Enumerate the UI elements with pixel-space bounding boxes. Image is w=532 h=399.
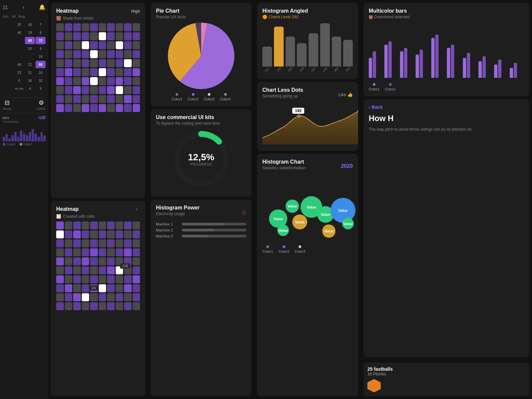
mb-bar — [416, 55, 419, 78]
heatmap2-header: Heatmap × — [56, 206, 140, 213]
mb-bar — [510, 68, 513, 78]
month-jul: Jul — [11, 14, 16, 18]
cal-cell: 25 — [14, 21, 24, 28]
cal-row: 19 — [3, 53, 46, 60]
fastball-pitches: 16 Pitches — [367, 372, 525, 376]
hist-bar-bg-3 — [182, 235, 246, 237]
cal-cell: 23 — [14, 69, 24, 76]
ha-bar — [286, 37, 295, 66]
chart-tooltip: 192 — [292, 108, 304, 114]
mb-bar — [451, 45, 454, 78]
sidebar-calendar: 21 › 🔔 Jun Jul Aug 25 16 7 40 19 8 90 72… — [0, 0, 48, 399]
cal-row: 6 16 32 — [3, 77, 46, 84]
back-button[interactable]: ‹ Back — [369, 104, 524, 110]
histogram-power-bars: Machine 1 Machine 2 Machine 3 — [156, 222, 246, 238]
pie-chart-panel: Pie Chart Popular UX tools Color1 — [151, 3, 252, 106]
cal-row: 90 72 — [3, 37, 46, 44]
mb-bar-wrap — [494, 60, 508, 78]
heatmap1-header: Heatmap High — [56, 8, 140, 15]
close-button[interactable]: × — [133, 206, 140, 213]
ha-bar-wrap: 480 — [286, 37, 295, 71]
mb-bar — [514, 63, 517, 78]
mini-chart-section: bars -128 nd detected Color2 — [3, 113, 46, 146]
cal-cell: 22 — [25, 61, 35, 68]
cal-row: 23 9 — [3, 45, 46, 52]
histogram-angled-header: Histogram Angled 🟠 Check Level 240 — [262, 8, 353, 19]
mb-bar-wrap — [478, 56, 493, 78]
cal-cell: 8 — [36, 29, 46, 36]
cal-cell: 19 — [25, 29, 35, 36]
bell-icon[interactable]: 🔔 — [39, 4, 46, 10]
mb-bar — [467, 53, 470, 78]
ha-bar — [297, 43, 307, 66]
line-chart-svg — [262, 104, 358, 144]
cal-cell-highlight: 88 — [36, 61, 46, 68]
cal-cell: 32 — [36, 77, 46, 84]
chevron-right-icon[interactable]: › — [23, 4, 24, 10]
histogram-angled-alert: 🟠 Check Level 240 — [262, 15, 308, 19]
legend-color2: Color2 — [385, 83, 395, 91]
mb-bar — [447, 48, 450, 78]
bubble: Value — [292, 214, 307, 229]
mb-bar-wrap — [384, 41, 399, 78]
ha-bar-wrap: 360 — [297, 43, 307, 71]
legend-color2: Color2 — [278, 245, 289, 253]
cal-cell-highlight: 90 — [25, 37, 35, 44]
hist-bar-fill-3 — [182, 235, 208, 237]
histogram-angled-panel: Histogram Angled 🟠 Check Level 240 512 2… — [257, 3, 358, 79]
balance-btn[interactable]: ⊟ alance — [3, 99, 12, 110]
histogram-angled-title: Histogram Angled — [262, 8, 308, 14]
neg-val: -128 — [38, 115, 46, 120]
mb-bar-wrap — [463, 53, 477, 78]
pie-chart-title: Pie Chart — [156, 8, 246, 14]
cal-row: 23 51 16 — [3, 69, 46, 76]
cal-cell: 16 — [36, 69, 46, 76]
hist-bar-fill-1 — [182, 223, 224, 225]
bubble: Value — [286, 200, 299, 213]
pie-legend: Color1 Color2 Color3 Color4 — [172, 93, 231, 101]
settings-btn[interactable]: ⚙ Color2 — [37, 99, 46, 110]
month-jun: Jun — [3, 14, 9, 18]
ha-bar — [343, 40, 353, 66]
cal-row: 25 16 7 — [3, 21, 46, 28]
charts-column5: Multicolor bars 🟫 Downtrend detected — [361, 0, 532, 399]
histogram-chart-title: Histogram Chart — [262, 159, 306, 165]
heatmap1-panel: Heatmap High 🟫 Made from bricks — [51, 3, 145, 198]
ha-bar-wrap: 480 — [332, 37, 341, 71]
article-panel: ‹ Back How H The way pitch to avoid thro… — [363, 99, 529, 357]
like-button[interactable]: Like 👍 — [338, 92, 353, 97]
heatmap-column: Heatmap High 🟫 Made from bricks — [48, 0, 148, 399]
mb-bar — [463, 58, 466, 78]
progress-title: Use commercial UI kits — [156, 114, 246, 120]
chart-less-dots-header: Chart Less Dots Something going up Like … — [262, 87, 353, 102]
pie-chart-svg — [168, 23, 234, 89]
hist-bar-fill-2 — [182, 229, 214, 231]
pie-chart-subtitle: Popular UX tools — [156, 15, 246, 19]
ha-bar-wrap: 640 — [320, 23, 330, 71]
legend-color3: Color3 — [295, 245, 305, 253]
legend-item-color3: Color3 — [204, 93, 214, 101]
sidebar-header: 21 › 🔔 — [3, 3, 46, 12]
month-aug: Aug — [19, 14, 25, 18]
legend-color2: Color2 — [7, 143, 16, 146]
mb-bar-wrap — [416, 50, 430, 78]
mb-bar — [478, 61, 482, 78]
downtrend-label: nd detected — [3, 120, 46, 123]
calendar-grid: 25 16 7 40 19 8 90 72 23 9 19 40 22 88 2… — [3, 21, 46, 92]
multicolor-bars-chart — [369, 21, 524, 80]
heatmap1-grid — [56, 23, 140, 112]
charts-column3: Pie Chart Popular UX tools Color1 — [148, 0, 254, 399]
hexagon-icon — [367, 379, 381, 392]
mb-bar — [482, 56, 486, 78]
chart-less-dots-title: Chart Less Dots — [262, 87, 303, 93]
donut-pct: 12,5% — [188, 152, 214, 163]
hist-row-2: Machine 2 — [156, 228, 246, 232]
hist-row-1: Machine 1 — [156, 222, 246, 226]
cal-cell: 4 — [25, 85, 35, 92]
donut-label: 12,5% PROGRESS — [188, 152, 214, 166]
histogram-power-header: Histogram Power Electricity usage ⚠ — [156, 205, 246, 219]
mb-bar-wrap — [400, 48, 414, 78]
cal-cell: 9 — [36, 45, 46, 52]
year-badge: 2020 — [341, 163, 353, 169]
hist-bar-bg-2 — [182, 229, 246, 231]
